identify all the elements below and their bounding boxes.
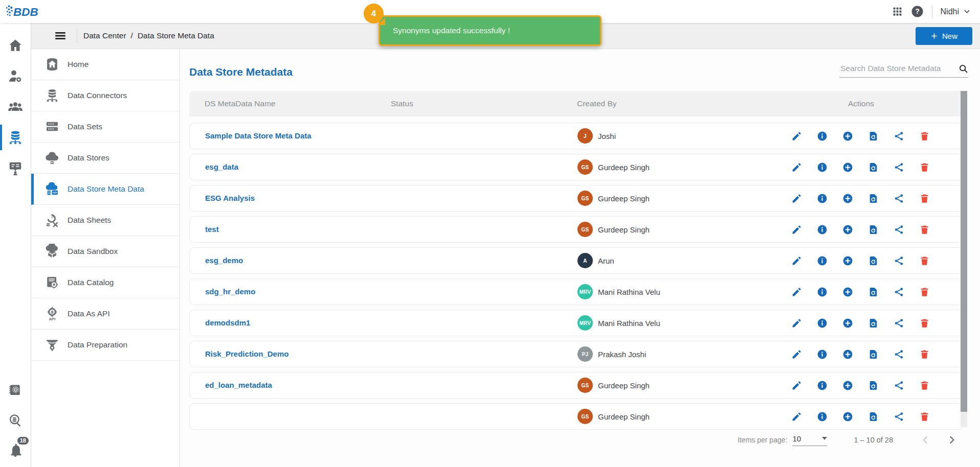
- row-name-link[interactable]: demodsdm1: [190, 318, 250, 327]
- sidebar-item-data-connectors[interactable]: Data Connectors: [31, 80, 180, 111]
- add-icon[interactable]: [842, 224, 853, 235]
- row-name-link[interactable]: esg_data: [190, 162, 238, 171]
- info-icon[interactable]: [817, 349, 828, 360]
- add-icon[interactable]: [842, 193, 853, 204]
- hamburger-menu-icon[interactable]: [54, 29, 67, 42]
- restore-document-icon[interactable]: [868, 255, 879, 266]
- share-icon[interactable]: [894, 224, 904, 235]
- info-icon[interactable]: [817, 318, 828, 329]
- delete-icon[interactable]: [919, 411, 930, 422]
- sidebar-item-data-as-api[interactable]: API Data As API: [31, 298, 180, 330]
- sidebar-item-data-stores[interactable]: Data Stores: [31, 143, 180, 174]
- edit-icon[interactable]: [791, 162, 802, 173]
- help-icon[interactable]: ?: [911, 5, 924, 18]
- edit-icon[interactable]: [791, 411, 802, 422]
- apps-grid-icon[interactable]: [892, 6, 903, 17]
- add-icon[interactable]: [842, 287, 853, 297]
- share-icon[interactable]: [894, 255, 904, 266]
- edit-icon[interactable]: [791, 224, 802, 235]
- row-name-link[interactable]: [190, 412, 205, 421]
- restore-document-icon[interactable]: [868, 162, 879, 173]
- sidebar-item-data-sheets[interactable]: Data Sheets: [31, 205, 180, 236]
- share-icon[interactable]: [894, 193, 904, 204]
- rail-item-users-group[interactable]: [0, 91, 31, 122]
- share-icon[interactable]: [894, 318, 904, 329]
- delete-icon[interactable]: [919, 287, 930, 297]
- edit-icon[interactable]: [791, 318, 802, 329]
- breadcrumb-parent[interactable]: Data Center: [83, 31, 126, 40]
- rail-item-home[interactable]: [0, 30, 31, 61]
- edit-icon[interactable]: [791, 287, 802, 297]
- info-icon[interactable]: [817, 255, 828, 266]
- sidebar-item-data-sets[interactable]: Data Sets: [31, 111, 180, 143]
- edit-icon[interactable]: [791, 193, 802, 204]
- edit-icon[interactable]: [791, 131, 802, 142]
- info-icon[interactable]: [817, 162, 828, 173]
- next-page-button[interactable]: [946, 434, 957, 446]
- row-name-link[interactable]: sdg_hr_demo: [190, 287, 255, 296]
- sidebar-item-data-catalog[interactable]: Data Catalog: [31, 267, 180, 298]
- info-icon[interactable]: [817, 131, 828, 142]
- search-icon[interactable]: [959, 64, 968, 74]
- share-icon[interactable]: [894, 162, 904, 173]
- add-icon[interactable]: [842, 162, 853, 173]
- share-icon[interactable]: [894, 287, 904, 297]
- rail-item-data-search[interactable]: [0, 406, 31, 435]
- share-icon[interactable]: [894, 349, 904, 360]
- delete-icon[interactable]: [919, 380, 930, 391]
- restore-document-icon[interactable]: [868, 224, 879, 235]
- delete-icon[interactable]: [919, 193, 930, 204]
- sidebar-item-data-store-meta-data[interactable]: </> Data Store Meta Data: [31, 174, 180, 205]
- restore-document-icon[interactable]: [868, 131, 879, 142]
- add-icon[interactable]: [842, 380, 853, 391]
- add-icon[interactable]: [842, 349, 853, 360]
- restore-document-icon[interactable]: [868, 318, 879, 329]
- restore-document-icon[interactable]: [868, 349, 879, 360]
- info-icon[interactable]: [817, 224, 828, 235]
- user-menu[interactable]: Nidhi: [941, 7, 971, 16]
- share-icon[interactable]: [894, 411, 904, 422]
- info-icon[interactable]: [817, 287, 828, 297]
- add-icon[interactable]: [842, 131, 853, 142]
- rail-item-data-center[interactable]: [0, 122, 31, 153]
- sidebar-item-data-sandbox[interactable]: Data Sandbox: [31, 236, 180, 267]
- rail-item-notifications-bell[interactable]: 18: [0, 435, 31, 465]
- delete-icon[interactable]: [919, 162, 930, 173]
- row-name-link[interactable]: esg_demo: [190, 256, 243, 265]
- delete-icon[interactable]: [919, 224, 930, 235]
- info-icon[interactable]: [817, 193, 828, 204]
- add-icon[interactable]: [842, 411, 853, 422]
- restore-document-icon[interactable]: [868, 380, 879, 391]
- items-per-page-select[interactable]: 10: [792, 434, 827, 446]
- add-icon[interactable]: [842, 255, 853, 266]
- info-icon[interactable]: [817, 411, 828, 422]
- delete-icon[interactable]: [919, 131, 930, 142]
- edit-icon[interactable]: [791, 380, 802, 391]
- share-icon[interactable]: [894, 131, 904, 142]
- sidebar-item-home[interactable]: Home: [31, 49, 180, 80]
- edit-icon[interactable]: [791, 255, 802, 266]
- restore-document-icon[interactable]: [868, 193, 879, 204]
- delete-icon[interactable]: [919, 255, 930, 266]
- row-name-link[interactable]: ed_loan_metadata: [190, 381, 272, 389]
- row-name-link[interactable]: ESG Analysis: [190, 194, 255, 202]
- restore-document-icon[interactable]: [868, 287, 879, 297]
- rail-item-monitor-user[interactable]: [0, 153, 31, 183]
- sidebar-item-data-preparation[interactable]: Data Preparation: [31, 330, 180, 361]
- add-icon[interactable]: [842, 318, 853, 329]
- edit-icon[interactable]: [791, 349, 802, 360]
- previous-page-button[interactable]: [920, 434, 931, 446]
- rail-item-user-settings[interactable]: [0, 61, 31, 91]
- vertical-scrollbar[interactable]: [961, 91, 967, 427]
- scrollbar-thumb[interactable]: [961, 91, 967, 412]
- delete-icon[interactable]: [919, 318, 930, 329]
- info-icon[interactable]: [817, 380, 828, 391]
- new-button[interactable]: New: [916, 27, 972, 45]
- row-name-link[interactable]: Sample Data Store Meta Data: [190, 131, 311, 140]
- search-input[interactable]: [839, 63, 959, 74]
- delete-icon[interactable]: [919, 349, 930, 360]
- row-name-link[interactable]: test: [190, 225, 219, 233]
- share-icon[interactable]: [894, 380, 904, 391]
- restore-document-icon[interactable]: [868, 411, 879, 422]
- rail-item-data-dictionary-search[interactable]: [0, 376, 31, 406]
